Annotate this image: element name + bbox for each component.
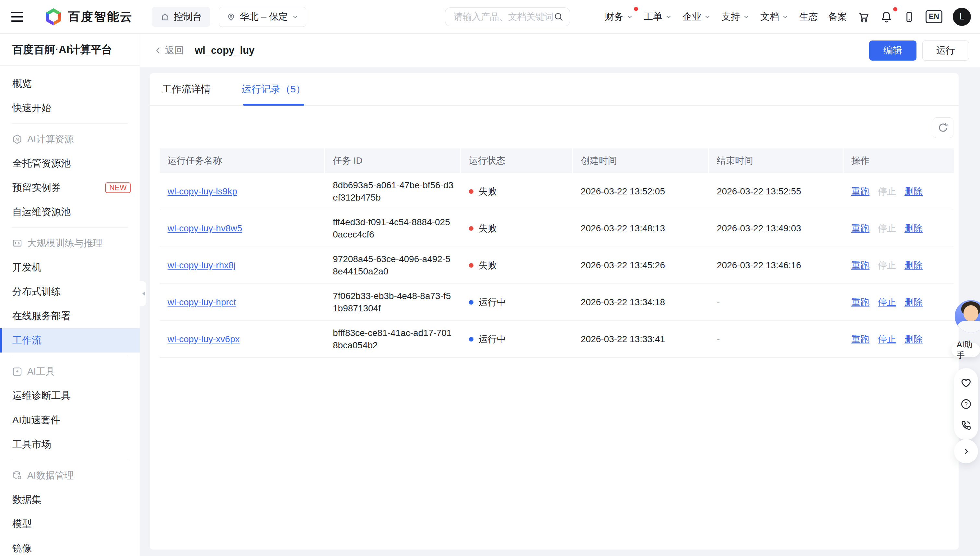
delete-link[interactable]: 删除	[904, 333, 923, 345]
rerun-link[interactable]: 重跑	[851, 296, 870, 309]
sidebar-item-ops-diagnostics[interactable]: 运维诊断工具	[0, 384, 140, 408]
rail-expand-button[interactable]	[954, 440, 978, 463]
nav-docs[interactable]: 文档	[760, 10, 789, 23]
ended-time: -	[709, 297, 844, 307]
question-icon[interactable]: ?	[960, 398, 972, 410]
home-icon	[160, 12, 170, 22]
rerun-link[interactable]: 重跑	[851, 222, 870, 234]
sidebar-item-tool-market[interactable]: 工具市场	[0, 432, 140, 457]
task-name-link[interactable]: wl-copy-luy-rhx8j	[168, 260, 236, 270]
sidebar-item-workflow[interactable]: 工作流	[0, 328, 140, 352]
nav-tickets[interactable]: 工单	[644, 10, 672, 23]
status-dot	[469, 337, 474, 341]
avatar-face	[964, 305, 978, 322]
notification-dot	[893, 7, 898, 11]
sidebar-item-online-serving[interactable]: 在线服务部署	[0, 304, 140, 328]
sidebar-item-images[interactable]: 镜像	[0, 536, 140, 556]
ai-assistant-label: AI助手	[951, 343, 980, 357]
tab-run-records[interactable]: 运行记录（5）	[242, 73, 306, 105]
heart-icon[interactable]	[960, 377, 972, 389]
sidebar-section-ai-compute: AI AI计算资源	[0, 127, 140, 151]
sidebar-item-overview[interactable]: 概览	[0, 72, 140, 96]
created-time: 2026-03-22 13:45:26	[573, 260, 709, 270]
refresh-button[interactable]	[933, 117, 953, 138]
task-name-link[interactable]: wl-copy-luy-hv8w5	[168, 223, 242, 233]
status-text: 运行中	[479, 333, 506, 345]
status-text: 失败	[479, 222, 497, 234]
table-row: wl-copy-luy-xv6px bfff83ce-ce81-41ac-ad1…	[160, 321, 954, 358]
nav-enterprise[interactable]: 企业	[682, 10, 711, 23]
sidebar-collapse-handle[interactable]	[140, 281, 147, 306]
col-header-task-id: 任务 ID	[325, 149, 461, 173]
nav-icp[interactable]: 备案	[828, 10, 847, 23]
created-time: 2026-03-22 13:34:18	[573, 297, 709, 307]
nav-ecosystem[interactable]: 生态	[799, 10, 818, 23]
tab-workflow-detail[interactable]: 工作流详情	[162, 73, 211, 105]
sidebar-section-ai-data: AI数据管理	[0, 463, 140, 488]
stop-link[interactable]: 停止	[878, 259, 896, 272]
sidebar-item-devmachine[interactable]: 开发机	[0, 255, 140, 280]
sidebar-item-models[interactable]: 模型	[0, 512, 140, 536]
region-label: 华北 – 保定	[240, 10, 288, 23]
hamburger-menu-icon[interactable]	[11, 12, 23, 22]
cart-icon[interactable]	[857, 11, 870, 23]
col-header-task-name: 运行任务名称	[160, 149, 325, 173]
delete-link[interactable]: 删除	[904, 296, 923, 309]
search-icon[interactable]	[553, 12, 564, 22]
sidebar-item-reserved-voucher[interactable]: 预留实例券 NEW	[0, 176, 140, 200]
bell-icon[interactable]	[880, 11, 893, 23]
stop-link[interactable]: 停止	[878, 296, 896, 309]
edit-button[interactable]: 编辑	[869, 40, 917, 61]
status-dot	[469, 226, 474, 231]
rerun-link[interactable]: 重跑	[851, 185, 870, 198]
ended-time: 2026-03-22 13:46:16	[709, 260, 844, 270]
task-name-link[interactable]: wl-copy-luy-hprct	[168, 297, 236, 307]
ended-time: 2026-03-22 13:49:03	[709, 223, 844, 234]
chevron-down-icon	[704, 13, 711, 20]
delete-link[interactable]: 删除	[904, 259, 923, 272]
sidebar-item-ai-accel-suite[interactable]: AI加速套件	[0, 408, 140, 432]
user-avatar[interactable]: L	[953, 8, 971, 26]
stop-link[interactable]: 停止	[878, 185, 896, 198]
region-selector[interactable]: 华北 – 保定	[219, 7, 306, 27]
chevron-down-icon	[292, 13, 299, 20]
sidebar-item-managed-pool[interactable]: 全托管资源池	[0, 151, 140, 176]
sidebar-item-quickstart[interactable]: 快速开始	[0, 96, 140, 120]
search-input[interactable]	[453, 11, 553, 23]
back-button[interactable]: 返回	[154, 44, 184, 57]
rerun-link[interactable]: 重跑	[851, 259, 870, 272]
chevron-down-icon	[743, 13, 750, 20]
ended-time: 2026-03-22 13:52:55	[709, 186, 844, 197]
refresh-icon	[937, 122, 949, 134]
console-button[interactable]: 控制台	[152, 7, 210, 27]
mobile-icon[interactable]	[903, 11, 915, 23]
run-button[interactable]: 运行	[922, 40, 969, 61]
task-id: fff4ed3d-f091-4c54-8884-0250acec4cf6	[325, 216, 455, 241]
table-row: wl-copy-luy-ls9kp 8db693a5-a061-47be-bf5…	[160, 173, 954, 210]
task-name-link[interactable]: wl-copy-luy-ls9kp	[168, 186, 237, 196]
svg-text:AI: AI	[16, 137, 19, 141]
database-icon	[12, 470, 23, 481]
created-time: 2026-03-22 13:48:13	[573, 223, 709, 234]
nav-finance[interactable]: 财务	[605, 10, 633, 23]
sidebar-section-ai-tools: AI工具	[0, 359, 140, 384]
status-text: 失败	[479, 185, 497, 198]
chevron-right-icon	[961, 446, 971, 456]
sidebar-item-datasets[interactable]: 数据集	[0, 488, 140, 512]
created-time: 2026-03-22 13:52:05	[573, 186, 709, 197]
brand-logo[interactable]: 百度智能云	[44, 8, 133, 26]
delete-link[interactable]: 删除	[904, 222, 923, 234]
language-toggle[interactable]: EN	[925, 10, 943, 23]
status-dot	[469, 300, 474, 305]
rerun-link[interactable]: 重跑	[851, 333, 870, 345]
new-badge: NEW	[105, 183, 131, 193]
sidebar-item-distributed-training[interactable]: 分布式训练	[0, 280, 140, 304]
sidebar-item-selfops-pool[interactable]: 自运维资源池	[0, 200, 140, 224]
task-name-link[interactable]: wl-copy-luy-xv6px	[168, 334, 240, 344]
phone-icon[interactable]	[960, 419, 972, 432]
nav-support[interactable]: 支持	[721, 10, 750, 23]
delete-link[interactable]: 删除	[904, 185, 923, 198]
divider	[12, 460, 128, 460]
stop-link[interactable]: 停止	[878, 333, 896, 345]
stop-link[interactable]: 停止	[878, 222, 896, 234]
